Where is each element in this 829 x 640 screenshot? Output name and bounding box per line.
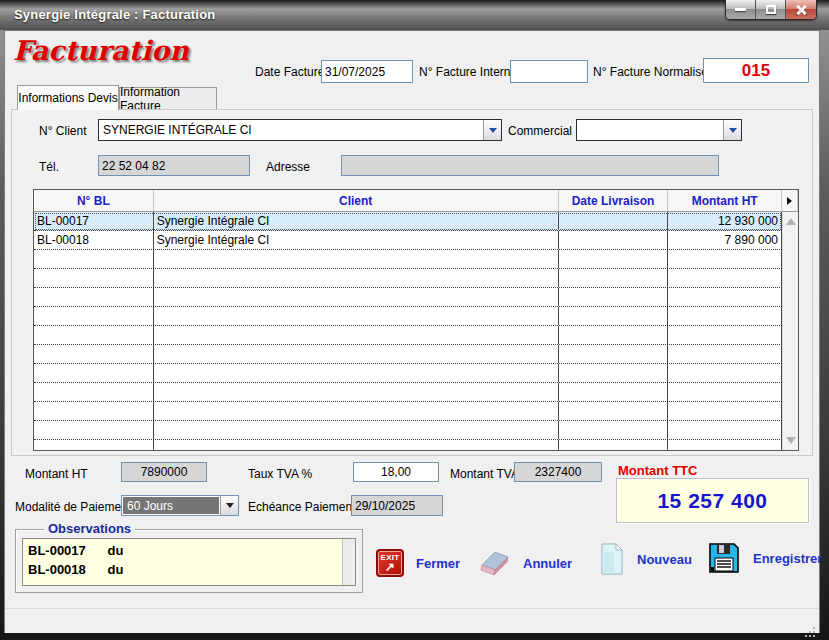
tab-informations-devis[interactable]: Informations Devis [17, 85, 119, 110]
table-row[interactable] [34, 421, 782, 440]
table-cell [559, 345, 669, 363]
arrow-right-icon [787, 197, 792, 205]
date-facture-input[interactable]: 31/07/2025 [321, 60, 413, 83]
table-cell [668, 269, 782, 287]
observations-scrollbar[interactable] [342, 539, 355, 585]
grid-body: BL-00017Synergie Intégrale CI12 930 000B… [34, 212, 782, 450]
table-row[interactable]: BL-00018Synergie Intégrale CI7 890 000 [34, 231, 782, 250]
table-row[interactable] [34, 288, 782, 307]
facture-normalisee-value: 015 [703, 58, 809, 83]
table-cell [559, 364, 669, 382]
modalite-paiement-label: Modalité de Paiement [15, 500, 131, 514]
chevron-down-icon [489, 128, 497, 133]
client-combobox-dropdown-button[interactable] [483, 120, 501, 140]
table-cell: Synergie Intégrale CI [154, 231, 559, 249]
window-title: Synergie Intégrale : Facturation [14, 7, 215, 22]
table-row[interactable] [34, 250, 782, 269]
client-label: N° Client [39, 124, 86, 138]
table-row[interactable] [34, 326, 782, 345]
table-row[interactable] [34, 364, 782, 383]
nouveau-label: Nouveau [637, 552, 692, 567]
table-row[interactable] [34, 307, 782, 326]
table-cell [154, 383, 559, 401]
column-header-client[interactable]: Client [154, 190, 559, 211]
nouveau-button[interactable]: Nouveau [599, 543, 692, 575]
table-cell [34, 326, 154, 344]
commercial-combobox-dropdown-button[interactable] [723, 120, 741, 140]
annuler-label: Annuler [523, 556, 572, 571]
table-row[interactable] [34, 440, 782, 451]
table-cell [34, 345, 154, 363]
commercial-label: Commercial [508, 124, 572, 138]
table-cell [154, 269, 559, 287]
modalite-paiement-dropdown-button[interactable] [220, 496, 238, 515]
scroll-up-icon [786, 218, 796, 225]
table-cell [34, 421, 154, 439]
new-document-icon [599, 543, 625, 575]
table-cell [34, 307, 154, 325]
table-row[interactable]: BL-00017Synergie Intégrale CI12 930 000 [34, 212, 782, 231]
column-header-date-livraison[interactable]: Date Livraison [559, 190, 669, 211]
annuler-button[interactable]: Annuler [475, 549, 572, 577]
fermer-button[interactable]: EXIT ↗ Fermer [376, 549, 460, 577]
table-row[interactable] [34, 383, 782, 402]
table-vertical-scrollbar[interactable] [782, 212, 798, 450]
observations-textarea[interactable]: BL-00017 duBL-00018 du [22, 538, 356, 586]
table-cell [668, 345, 782, 363]
observations-groupbox: Observations BL-00017 duBL-00018 du [15, 529, 363, 593]
table-row[interactable] [34, 269, 782, 288]
table-cell [154, 288, 559, 306]
commercial-combobox[interactable] [576, 119, 742, 141]
table-cell [559, 421, 669, 439]
enregistrer-button[interactable]: Enregistrer [707, 541, 822, 575]
table-cell [154, 421, 559, 439]
montant-ht-label: Montant HT [25, 467, 88, 481]
tab-information-facture[interactable]: Information Facture [119, 87, 217, 109]
montant-tva-label: Montant TVA [450, 467, 519, 481]
client-combobox-value: SYNERGIE INTÉGRALE CI [99, 120, 483, 140]
column-header-montant-ht[interactable]: Montant HT [668, 190, 782, 211]
bl-table: N° BL Client Date Livraison Montant HT B… [33, 189, 799, 451]
table-cell: Synergie Intégrale CI [154, 212, 559, 230]
date-facture-label: Date Facture [255, 65, 324, 79]
titlebar: Synergie Intégrale : Facturation [0, 0, 829, 30]
table-cell [154, 402, 559, 420]
client-combobox[interactable]: SYNERGIE INTÉGRALE CI [98, 119, 502, 141]
echeance-paiement-label: Echéance Paiement [248, 500, 355, 514]
table-row[interactable] [34, 345, 782, 364]
resize-grip-icon[interactable] [813, 627, 815, 629]
maximize-button[interactable] [756, 0, 786, 19]
save-floppy-icon [707, 541, 741, 575]
table-cell [668, 383, 782, 401]
minimize-button[interactable] [726, 0, 756, 19]
observations-label: Observations [44, 521, 135, 536]
close-button[interactable] [786, 0, 816, 19]
table-cell: BL-00017 [34, 212, 154, 230]
taux-tva-input[interactable]: 18,00 [353, 462, 439, 482]
enregistrer-label: Enregistrer [753, 551, 822, 566]
table-cell [559, 402, 669, 420]
table-cell [559, 288, 669, 306]
modalite-paiement-value: 60 Jours [123, 497, 219, 514]
table-cell [668, 307, 782, 325]
scroll-down-icon [786, 437, 796, 444]
observation-line: BL-00017 du [28, 541, 339, 560]
facture-interne-label: N° Facture Interne [419, 65, 517, 79]
table-cell [34, 364, 154, 382]
window-controls [725, 0, 817, 20]
modalite-paiement-combobox[interactable]: 60 Jours [121, 495, 239, 516]
column-header-bl[interactable]: N° BL [34, 190, 154, 211]
table-cell [668, 288, 782, 306]
table-cell [154, 440, 559, 451]
facture-interne-input[interactable] [510, 60, 588, 83]
exit-icon: EXIT ↗ [376, 549, 404, 577]
montant-tva-field: 2327400 [514, 462, 602, 482]
table-row[interactable] [34, 402, 782, 421]
form-body: Facturation Date Facture 31/07/2025 N° F… [4, 30, 820, 633]
table-cell [154, 345, 559, 363]
table-cell [668, 440, 782, 451]
taux-tva-label: Taux TVA % [248, 467, 312, 481]
table-cell [559, 250, 669, 268]
minimize-icon [735, 8, 746, 11]
table-cell [559, 212, 669, 230]
